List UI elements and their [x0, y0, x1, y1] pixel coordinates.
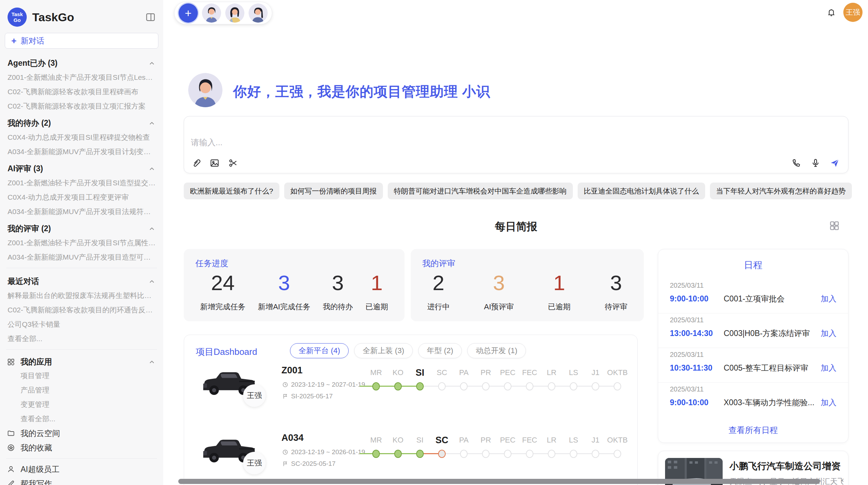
sidebar-item-project-mgmt[interactable]: 项目管理 — [0, 369, 163, 383]
logo-line2: Go — [14, 17, 21, 23]
milestone-dot — [614, 382, 621, 390]
milestone-label: KO — [387, 433, 409, 447]
milestone-label: MR — [365, 366, 387, 380]
milestone-label-current: SI — [409, 366, 431, 380]
sidebar-item[interactable]: A034-全新新能源MUV产品开发项目法规符合性评审 — [0, 204, 163, 219]
section-agent-done[interactable]: Agent已办 (3) — [0, 53, 163, 70]
schedule-time: 9:00-10:00 — [670, 294, 724, 303]
milestone-dot — [548, 382, 555, 390]
layout-grid-icon[interactable] — [829, 220, 840, 231]
notification-bell-icon[interactable] — [826, 8, 836, 18]
sidebar-item[interactable]: C02-飞腾新能源轻客改款项目立项汇报方案 — [0, 99, 163, 113]
add-agent-button[interactable]: + — [179, 3, 198, 23]
sidebar-item[interactable]: A034-全新新能源MUV产品开发项目计划变更表编写 — [0, 145, 163, 159]
sidebar-item-product-mgmt[interactable]: 产品管理 — [0, 383, 163, 397]
plus-icon: + — [11, 36, 16, 46]
milestone-dot-alert — [438, 450, 446, 458]
milestone-label: J1 — [584, 433, 606, 447]
stat-label: 已逾期 — [365, 302, 388, 312]
dashboard-title: 项目Dashboard — [196, 346, 257, 358]
daily-brief-title: 每日简报 — [184, 220, 848, 234]
user-avatar[interactable]: 王强 — [843, 3, 863, 22]
schedule-time: 9:00-10:00 — [670, 398, 724, 407]
section-ai-review[interactable]: AI评审 (3) — [0, 159, 163, 176]
sidebar-item[interactable]: C0X4-动力总成开发项目工程变更评审 — [0, 190, 163, 204]
stat-value: 24 — [200, 270, 245, 296]
schedule-entry: 2025/03/11 10:30-11:30 C005-整车工程目标评审 加入 — [658, 348, 848, 383]
section-my-todo[interactable]: 我的待办 (2) — [0, 113, 163, 130]
stat-label: 待评审 — [605, 302, 627, 312]
stat: 3 AI预评审 — [484, 270, 514, 312]
sidebar-item[interactable]: Z001-全新燃油皮卡产品开发项目SI节点Lesson Learn报告 — [0, 70, 163, 85]
cloud-space-label: 我的云空间 — [21, 428, 60, 439]
chevron-up-icon[interactable] — [148, 278, 156, 285]
sidebar-item[interactable]: Z001-全新燃油轻卡产品开发项目SI节点属性5D文件评审 — [0, 236, 163, 250]
section-title: 最近对话 — [8, 276, 39, 287]
section-recent-chats[interactable]: 最近对话 — [0, 272, 163, 288]
stat-value: 3 — [605, 270, 627, 296]
sidebar-item-ai-employee[interactable]: AI超级员工 — [0, 462, 163, 476]
user-name: 王强 — [846, 8, 860, 17]
sidebar-item[interactable]: Z001-全新燃油轻卡产品开发项目SI造型提交物评审 — [0, 176, 163, 190]
stat: 2 进行中 — [427, 270, 450, 312]
milestone-label: LR — [541, 433, 563, 447]
project-row[interactable]: 王强 Z001 2023-12-19 ~ 2027-01-19 SI-2025-… — [184, 364, 638, 432]
chevron-up-icon[interactable] — [148, 120, 156, 127]
sidebar-item[interactable]: 解释最新出台的欧盟报废车法规再生塑料比例被调至15%... — [0, 288, 163, 303]
sidebar-item-view-all[interactable]: 查看全部... — [0, 332, 163, 346]
suggestion-chip[interactable]: 当下年轻人对汽车外观有怎样的喜好趋势 — [710, 183, 852, 199]
suggestion-chip[interactable]: 如何写一份清晰的项目周报 — [284, 183, 383, 199]
send-icon[interactable] — [830, 158, 840, 168]
sidebar-item[interactable]: A034-全新新能源MUV产品开发项目造型可行性评审 — [0, 250, 163, 264]
sidebar-collapse-icon[interactable] — [145, 12, 156, 22]
join-link[interactable]: 加入 — [821, 363, 836, 373]
sidebar-item-help-write[interactable]: 帮我写作 — [0, 476, 163, 485]
milestone-label: MR — [365, 433, 387, 447]
image-icon[interactable] — [209, 158, 220, 168]
sidebar-item[interactable]: C02-飞腾新能源轻客改款项目的闭环通告反馈情况 — [0, 303, 163, 317]
schedule-event-title: X003-车辆动力学性能验... — [724, 397, 816, 408]
tab-powertrain[interactable]: 动总开发 (1) — [467, 343, 526, 358]
chevron-up-icon[interactable] — [148, 60, 156, 67]
tab-new-platform[interactable]: 全新平台 (4) — [290, 343, 349, 358]
agent-avatar[interactable] — [202, 3, 221, 23]
suggestion-chip[interactable]: 欧洲新规最近颁布了什么? — [184, 183, 279, 199]
chat-input[interactable] — [191, 137, 705, 153]
sidebar-item-my-apps[interactable]: 我的应用 — [0, 353, 163, 369]
join-link[interactable]: 加入 — [821, 328, 836, 339]
microphone-icon[interactable] — [810, 158, 821, 168]
sidebar-item-cloud-space[interactable]: 我的云空间 — [0, 426, 163, 440]
sidebar-item[interactable]: 公司Q3轻卡销量 — [0, 317, 163, 332]
sidebar-item[interactable]: C02-飞腾新能源轻客改款项目里程碑画布 — [0, 85, 163, 99]
chevron-up-icon[interactable] — [148, 165, 156, 173]
tab-new-body[interactable]: 全新上装 (3) — [354, 343, 413, 358]
join-link[interactable]: 加入 — [821, 294, 836, 304]
suggestion-chip[interactable]: 特朗普可能对进口汽车增税会对中国车企造成哪些影响 — [388, 183, 573, 199]
agent-avatar[interactable] — [225, 3, 244, 23]
task-progress-card: 任务进度 24 新增完成任务 3 新增AI完成任务 3 我的待办 1 已逾期 — [184, 249, 405, 321]
join-link[interactable]: 加入 — [821, 397, 836, 408]
new-chat-button[interactable]: + 新对话 — [5, 33, 158, 49]
milestone-label: PA — [453, 433, 475, 447]
horizontal-scrollbar[interactable] — [178, 479, 820, 484]
sidebar: Task Go TaskGo + 新对话 Agent已办 (3) Z001-全新… — [0, 0, 163, 485]
sidebar-item-favorites[interactable]: 我的收藏 — [0, 440, 163, 455]
chevron-up-icon[interactable] — [148, 225, 156, 233]
view-all-schedule-link[interactable]: 查看所有日程 — [658, 425, 848, 436]
attachment-icon[interactable] — [191, 158, 201, 168]
sidebar-item-change-mgmt[interactable]: 变更管理 — [0, 397, 163, 412]
stat-value: 1 — [548, 270, 570, 296]
section-my-review[interactable]: 我的评审 (2) — [0, 219, 163, 236]
scissors-icon[interactable] — [228, 158, 238, 168]
cloud-drive-icon — [7, 429, 15, 437]
project-row[interactable]: 王强 A034 2023-12-19 ~ 2026-01-19 SC-2025-… — [184, 432, 638, 485]
favorites-badge-icon — [7, 444, 15, 452]
schedule-event-title: C005-整车工程目标评审 — [724, 363, 816, 373]
suggestion-chip[interactable]: 比亚迪全固态电池计划具体说了什么 — [578, 183, 705, 199]
agent-avatar[interactable] — [249, 3, 268, 23]
tab-year-model[interactable]: 年型 (2) — [418, 343, 462, 358]
sidebar-item-view-all-apps[interactable]: 查看全部... — [0, 412, 163, 426]
sidebar-item[interactable]: C0X4-动力总成开发项目SI里程碑提交物检查 — [0, 130, 163, 145]
phone-icon[interactable] — [791, 158, 801, 168]
chevron-up-icon[interactable] — [148, 358, 156, 366]
